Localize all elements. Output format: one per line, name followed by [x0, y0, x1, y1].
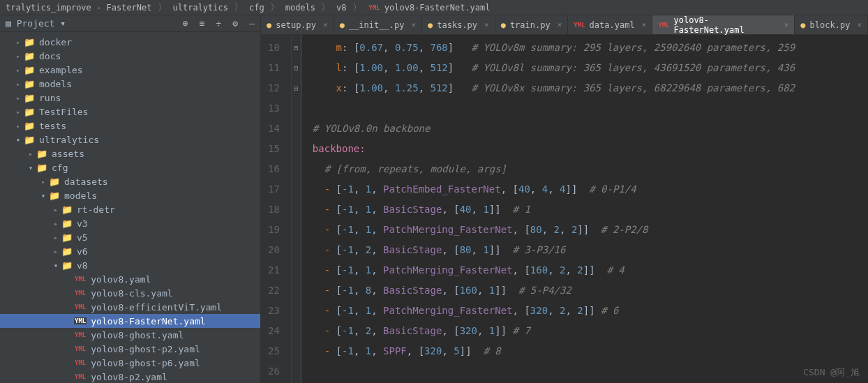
close-icon[interactable]: ×	[558, 20, 562, 29]
editor-tab[interactable]: ●tasks.py×	[422, 15, 495, 34]
fold-column[interactable]: ⊟⊟⊟	[292, 35, 301, 383]
tree-folder[interactable]: ▸📁TestFiles	[0, 105, 260, 119]
code-line[interactable]: # [from, repeats, module, args]	[313, 159, 868, 179]
yaml-file-icon: YML	[74, 359, 87, 366]
close-icon[interactable]: ×	[484, 20, 489, 29]
code-line[interactable]: - [-1, 1, SPPF, [320, 5]] # 8	[313, 341, 868, 361]
code-line[interactable]: - [-1, 2, BasicStage, [80, 1]] # 3-P3/16	[313, 240, 868, 260]
close-icon[interactable]: ×	[784, 20, 789, 29]
tree-folder[interactable]: ▾📁models	[0, 188, 260, 202]
tree-arrow-icon[interactable]: ▾	[13, 136, 24, 144]
editor-tab[interactable]: YMLyolov8-FasterNet.yaml×	[652, 15, 795, 34]
tree-file[interactable]: YMLyolov8-FasterNet.yaml	[0, 314, 260, 328]
tree-arrow-icon[interactable]: ▸	[50, 220, 61, 227]
yaml-file-icon: YML	[74, 303, 87, 310]
tree-arrow-icon[interactable]: ▸	[13, 80, 24, 88]
python-file-icon: ●	[800, 20, 805, 30]
tree-arrow-icon[interactable]: ▾	[25, 164, 36, 172]
breadcrumb-file[interactable]: yolov8-FasterNet.yaml	[384, 3, 491, 13]
code-line[interactable]: x: [1.00, 1.25, 512] # YOLOv8x summary: …	[313, 78, 868, 98]
tree-arrow-icon[interactable]: ▸	[50, 206, 61, 213]
tree-folder[interactable]: ▸📁datasets	[0, 174, 260, 188]
tree-arrow-icon[interactable]: ▾	[38, 192, 49, 200]
editor-tab[interactable]: ●setup.py×	[261, 15, 334, 34]
fold-marker[interactable]: ⊟	[292, 38, 301, 58]
code-editor[interactable]: m: [0.67, 0.75, 768] # YOLOv8m summary: …	[301, 35, 868, 383]
python-file-icon: ●	[501, 20, 506, 30]
tree-arrow-icon[interactable]: ▸	[13, 94, 24, 102]
project-tree[interactable]: ▸📁docker▸📁docs▸📁examples▸📁models▸📁runs▸📁…	[0, 32, 260, 383]
code-line[interactable]: - [-1, 1, BasicStage, [40, 1]] # 1	[313, 200, 868, 220]
breadcrumb-part[interactable]: v8	[336, 3, 346, 13]
tree-folder[interactable]: ▸📁runs	[0, 91, 260, 105]
tree-arrow-icon[interactable]: ▸	[13, 66, 24, 74]
code-line[interactable]: - [-1, 1, PatchEmbed_FasterNet, [40, 4, …	[313, 179, 868, 200]
tree-folder[interactable]: ▸📁examples	[0, 63, 260, 77]
tree-arrow-icon[interactable]: ▸	[13, 38, 24, 46]
code-line[interactable]: # YOLOv8.0n backbone	[313, 119, 868, 139]
code-line[interactable]	[313, 361, 868, 382]
tree-file[interactable]: YMLyolov8-ghost.yaml	[0, 328, 260, 342]
tree-arrow-icon[interactable]: ▸	[13, 122, 24, 130]
editor-tab[interactable]: ●train.py×	[495, 15, 569, 34]
tree-folder[interactable]: ▸📁v5	[0, 230, 260, 244]
tree-folder[interactable]: ▸📁v6	[0, 244, 260, 258]
code-line[interactable]: l: [1.00, 1.00, 512] # YOLOv8l summary: …	[313, 58, 868, 78]
code-line[interactable]: - [-1, 1, PatchMerging_FasterNet, [80, 2…	[313, 220, 868, 240]
tree-folder[interactable]: ▸📁docs	[0, 49, 260, 63]
tree-arrow-icon[interactable]: ▾	[50, 262, 61, 269]
line-number: 14	[268, 119, 280, 139]
tree-folder[interactable]: ▸📁assets	[0, 147, 260, 160]
line-number: 22	[268, 280, 280, 301]
locate-icon[interactable]: ⊕	[183, 18, 188, 29]
tree-folder[interactable]: ▾📁v8	[0, 258, 260, 272]
line-number: 11	[268, 58, 280, 78]
tree-folder[interactable]: ▸📁tests	[0, 119, 260, 133]
tree-file[interactable]: YMLyolov8-cls.yaml	[0, 286, 260, 300]
tree-arrow-icon[interactable]: ▸	[13, 108, 24, 116]
breadcrumb-part[interactable]: cfg	[249, 3, 264, 13]
tree-file[interactable]: YMLyolov8-ghost-p6.yaml	[0, 356, 260, 370]
tree-folder[interactable]: ▸📁v3	[0, 216, 260, 230]
tree-file[interactable]: YMLyolov8-ghost-p2.yaml	[0, 342, 260, 356]
gear-icon[interactable]: ⚙	[232, 18, 238, 29]
code-line[interactable]: - [-1, 2, BasicStage, [320, 1]] # 7	[313, 321, 868, 341]
editor-tab[interactable]: ●__init__.py×	[334, 15, 422, 34]
tree-folder[interactable]: ▸📁docker	[0, 35, 260, 49]
tree-arrow-icon[interactable]: ▸	[38, 178, 49, 186]
code-line[interactable]: m: [0.67, 0.75, 768] # YOLOv8m summary: …	[313, 38, 868, 58]
code-line[interactable]	[313, 98, 868, 119]
tree-arrow-icon[interactable]: ▸	[13, 52, 24, 60]
tree-arrow-icon[interactable]: ▸	[25, 150, 36, 158]
tree-item-label: TestFiles	[39, 107, 88, 117]
tree-arrow-icon[interactable]: ▸	[50, 248, 61, 255]
tree-file[interactable]: YMLyolov8.yaml	[0, 272, 260, 286]
tree-file[interactable]: YMLyolov8-efficientViT.yaml	[0, 300, 260, 314]
fold-marker[interactable]: ⊟	[292, 58, 301, 78]
editor-tab[interactable]: YMLdata.yaml×	[568, 15, 652, 34]
tree-arrow-icon[interactable]: ▸	[50, 234, 61, 241]
collapse-icon[interactable]: ÷	[216, 18, 222, 29]
breadcrumb-part[interactable]: models	[285, 3, 315, 13]
expand-icon[interactable]: ≡	[200, 18, 205, 29]
breadcrumb-part[interactable]: ultralytics	[173, 3, 228, 13]
tree-folder[interactable]: ▸📁models	[0, 77, 260, 91]
tree-folder[interactable]: ▾📁ultralytics	[0, 133, 260, 147]
fold-marker[interactable]: ⊟	[292, 78, 301, 98]
code-line[interactable]: backbone:	[313, 139, 868, 159]
breadcrumb-project[interactable]: tralytics_improve - FasterNet	[6, 3, 152, 13]
close-icon[interactable]: ×	[857, 20, 862, 29]
close-icon[interactable]: ×	[411, 20, 416, 29]
tree-file[interactable]: YMLyolov8-p2.yaml	[0, 370, 260, 383]
tree-item-label: yolov8-FasterNet.yaml	[91, 316, 205, 326]
editor-tab[interactable]: ●block.py×	[795, 15, 868, 34]
code-line[interactable]: - [-1, 1, PatchMerging_FasterNet, [160, …	[313, 260, 868, 280]
project-selector[interactable]: ▤ Project ▾	[6, 18, 66, 29]
close-icon[interactable]: ×	[323, 20, 328, 29]
hide-icon[interactable]: —	[249, 18, 255, 29]
code-line[interactable]: - [-1, 1, PatchMerging_FasterNet, [320, …	[313, 301, 868, 321]
tree-folder[interactable]: ▾📁cfg	[0, 160, 260, 174]
code-line[interactable]: - [-1, 8, BasicStage, [160, 1]] # 5-P4/3…	[313, 280, 868, 301]
close-icon[interactable]: ×	[642, 20, 647, 29]
tree-folder[interactable]: ▸📁rt-detr	[0, 202, 260, 216]
